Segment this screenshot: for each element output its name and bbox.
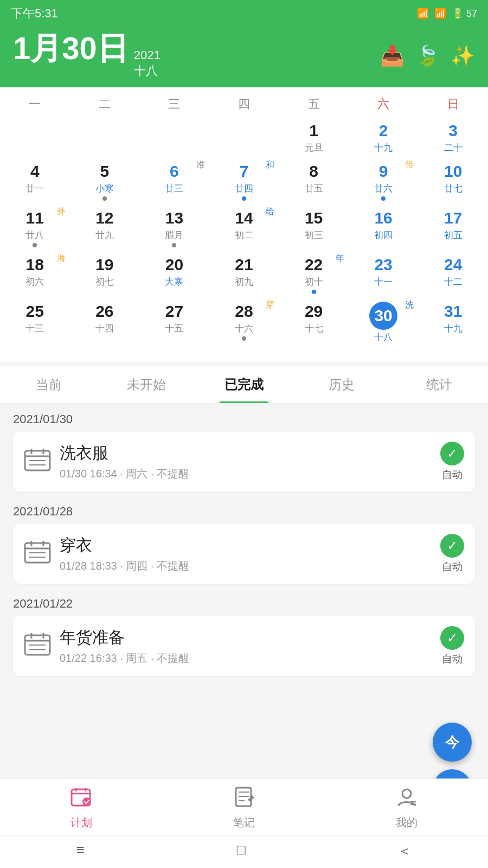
cal-empty-4: [209, 118, 279, 158]
cal-tag-6: 准: [196, 159, 205, 171]
bottom-nav: 计划 笔记: [0, 778, 488, 868]
weekday-sat: 六: [349, 96, 419, 112]
task-date-0122: 2021/01/22: [13, 597, 475, 611]
cal-tag-28: 穿: [266, 299, 274, 311]
cal-tag-11: 外: [57, 206, 66, 218]
tab-stats[interactable]: 统计: [390, 366, 488, 403]
task-info-chuanyi: 穿衣 01/28 18:33 · 周四 · 不提醒: [60, 534, 432, 573]
cal-day-26[interactable]: 26 十四: [70, 298, 140, 354]
weekday-wed: 三: [139, 96, 209, 112]
auto-label-chuanyi: 自动: [442, 560, 463, 574]
header-date-main: 1月30日: [13, 33, 129, 64]
cal-dot-28: [242, 336, 246, 341]
cal-day-8[interactable]: 8 廿五: [279, 158, 349, 205]
signal-icon: 📶: [417, 8, 429, 20]
cal-dot-9: [381, 196, 386, 201]
home-nav-btn[interactable]: □: [237, 841, 246, 860]
task-icon-calendar3: [24, 632, 51, 661]
check-icon-chuanyi: ✓: [440, 534, 464, 558]
header-actions: 📥 🍃 ✨: [380, 44, 475, 67]
task-card-xiyifu[interactable]: 洗衣服 01/30 16:34 · 周六 · 不提醒 ✓ 自动: [13, 432, 475, 492]
cal-day-10[interactable]: 10 廿七: [418, 158, 488, 205]
cal-day-3[interactable]: 3 二十: [418, 118, 488, 158]
task-meta-nianhuozhunbei: 01/22 16:33 · 周五 · 不提醒: [60, 651, 432, 666]
system-nav-bar: ≡ □ ＜: [0, 835, 488, 868]
task-meta-chuanyi: 01/28 18:33 · 周四 · 不提醒: [60, 559, 432, 573]
cal-day-21[interactable]: 21 初九: [209, 252, 279, 298]
bottom-nav-items: 计划 笔记: [0, 779, 488, 835]
tab-history[interactable]: 历史: [293, 366, 390, 403]
nav-item-notes[interactable]: 笔记: [163, 779, 325, 835]
leaf-icon[interactable]: 🍃: [415, 44, 440, 67]
cal-day-28[interactable]: 穿 28 十六: [209, 298, 279, 354]
cal-day-30[interactable]: 洗 30 十八: [349, 298, 419, 354]
task-title-nianhuozhunbei: 年货准备: [60, 627, 432, 649]
download-icon[interactable]: 📥: [380, 44, 404, 67]
check-icon-nianhuozhunbei: ✓: [440, 626, 464, 650]
nav-item-mine[interactable]: 我的: [325, 779, 488, 835]
cal-dot-22: [312, 290, 316, 294]
calendar-grid: 1 元旦 2 十九 3 二十 4 廿一 5 小寒 准 6 廿三: [0, 118, 488, 354]
cal-day-17[interactable]: 17 初五: [418, 205, 488, 252]
cal-dot-13: [172, 243, 176, 247]
cal-dot-5: [102, 196, 107, 201]
cal-day-9[interactable]: 带 9 廿六: [349, 158, 419, 205]
cal-day-18[interactable]: 海 18 初六: [0, 252, 70, 298]
cal-day-29[interactable]: 29 十七: [279, 298, 349, 354]
cal-day-27[interactable]: 27 十五: [139, 298, 209, 354]
task-card-nianhuozhunbei[interactable]: 年货准备 01/22 16:33 · 周五 · 不提醒 ✓ 自动: [13, 616, 475, 676]
status-right-icons: 📶 📶 🔋 57: [417, 8, 477, 20]
cal-day-16[interactable]: 16 初四: [349, 205, 419, 252]
cal-day-14[interactable]: 给 14 初二: [209, 205, 279, 252]
cal-empty-3: [139, 118, 209, 158]
weekday-fri: 五: [279, 96, 349, 112]
cal-day-7[interactable]: 和 7 廿四: [209, 158, 279, 205]
task-card-chuanyi[interactable]: 穿衣 01/28 18:33 · 周四 · 不提醒 ✓ 自动: [13, 524, 475, 584]
menu-nav-btn[interactable]: ≡: [76, 841, 85, 860]
cal-day-6[interactable]: 准 6 廿三: [139, 158, 209, 205]
cal-day-2[interactable]: 2 十九: [349, 118, 419, 158]
cal-tag-30: 洗: [405, 299, 414, 311]
weekday-sun: 日: [418, 96, 488, 112]
status-bar: 下午5:31 📶 📶 🔋 57: [0, 0, 488, 27]
cal-dot-30: [381, 345, 386, 349]
task-info-nianhuozhunbei: 年货准备 01/22 16:33 · 周五 · 不提醒: [60, 627, 432, 666]
cal-day-23[interactable]: 23 十一: [349, 252, 419, 298]
tab-completed[interactable]: 已完成: [195, 366, 293, 403]
task-date-0130: 2021/01/30: [13, 412, 475, 426]
fab-today[interactable]: 今: [433, 723, 472, 762]
nav-item-plan[interactable]: 计划: [0, 779, 163, 835]
magic-icon[interactable]: ✨: [451, 44, 475, 67]
cal-day-13[interactable]: 13 腊月: [139, 205, 209, 252]
tab-not-started[interactable]: 未开始: [98, 366, 195, 403]
auto-label-xiyifu: 自动: [442, 468, 463, 482]
task-title-chuanyi: 穿衣: [60, 534, 432, 557]
cal-day-25[interactable]: 25 十三: [0, 298, 70, 354]
cal-day-22[interactable]: 年 22 初十: [279, 252, 349, 298]
cal-day-31[interactable]: 31 十九: [418, 298, 488, 354]
tab-current[interactable]: 当前: [0, 366, 98, 403]
task-date-0128: 2021/01/28: [13, 505, 475, 519]
cal-tag-14: 给: [266, 206, 274, 218]
task-info-xiyifu: 洗衣服 01/30 16:34 · 周六 · 不提醒: [60, 442, 432, 481]
cal-empty-2: [70, 118, 140, 158]
cal-day-1[interactable]: 1 元旦: [279, 118, 349, 158]
cal-tag-18: 海: [57, 253, 66, 264]
back-nav-btn[interactable]: ＜: [397, 841, 412, 860]
cal-day-15[interactable]: 15 初三: [279, 205, 349, 252]
cal-day-4[interactable]: 4 廿一: [0, 158, 70, 205]
cal-day-20[interactable]: 20 大寒: [139, 252, 209, 298]
cal-day-19[interactable]: 19 初七: [70, 252, 140, 298]
mine-icon: [396, 787, 417, 812]
cal-day-5[interactable]: 5 小寒: [70, 158, 140, 205]
cal-day-12[interactable]: 12 廿九: [70, 205, 140, 252]
cal-day-11[interactable]: 外 11 廿八: [0, 205, 70, 252]
auto-label-nianhuozhunbei: 自动: [442, 652, 463, 666]
cal-empty-1: [0, 118, 70, 158]
cal-day-24[interactable]: 24 十二: [418, 252, 488, 298]
weekday-mon: 一: [0, 96, 70, 112]
task-status-xiyifu: ✓ 自动: [440, 442, 464, 482]
cal-tag-9: 带: [405, 159, 414, 171]
task-title-xiyifu: 洗衣服: [60, 442, 432, 464]
task-icon-calendar2: [24, 540, 51, 569]
